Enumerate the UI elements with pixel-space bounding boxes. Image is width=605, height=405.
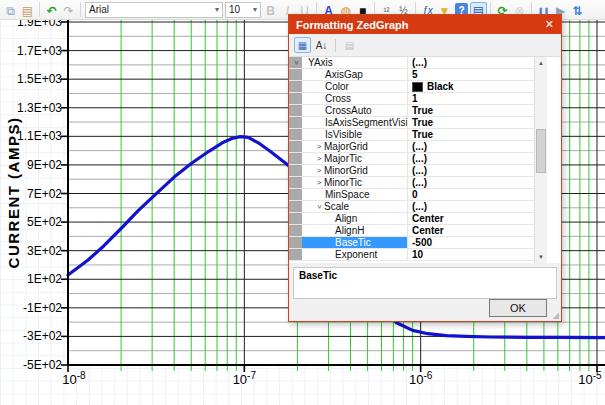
scrollbar[interactable]: ▲ ▼ <box>534 57 547 263</box>
app-window: 1.9E+031.7E+031.5E+031.3E+031.1E+039E+02… <box>0 0 605 405</box>
property-row-minorgrid[interactable]: >MinorGrid(...) <box>289 165 534 177</box>
y-tick-label: 3E+02 <box>27 244 62 258</box>
property-value[interactable]: (...) <box>412 177 427 188</box>
expand-icon[interactable]: > <box>314 153 324 164</box>
property-name: BaseTic <box>335 237 371 248</box>
property-row-cross[interactable]: Cross1 <box>289 93 534 105</box>
property-value[interactable]: 5 <box>412 69 418 80</box>
expand-icon[interactable]: > <box>314 177 324 188</box>
font-size-combo[interactable]: 10▾ <box>225 2 261 18</box>
scroll-down-icon[interactable]: ▼ <box>535 251 547 263</box>
property-name: MinorGrid <box>324 165 368 176</box>
property-name: Cross <box>325 93 351 104</box>
y-tick-labels: 1.9E+031.7E+031.5E+031.3E+031.1E+039E+02… <box>17 15 62 372</box>
property-row-majorgrid[interactable]: >MajorGrid(...) <box>289 141 534 153</box>
scrollbar-thumb[interactable] <box>536 129 546 173</box>
x-tick-label: 10-5 <box>578 370 602 387</box>
property-name: IsAxisSegmentVisible <box>325 117 408 128</box>
y-tick-label: 7E+02 <box>27 187 62 201</box>
categorized-icon[interactable]: ▦ <box>294 37 311 53</box>
property-value[interactable]: Black <box>427 81 454 92</box>
property-name: Align <box>335 213 357 224</box>
property-pages-icon[interactable]: ▤ <box>341 37 358 53</box>
bold-button[interactable]: B <box>262 2 279 18</box>
property-rows: >YAxis(...)AxisGap5ColorBlackCross1Cross… <box>289 57 534 263</box>
indent-strip: > <box>289 57 302 68</box>
property-row-scale[interactable]: >Scale(...) <box>289 201 534 213</box>
property-row-alignh[interactable]: AlignHCenter <box>289 225 534 237</box>
collapse-icon[interactable]: > <box>314 202 325 212</box>
property-row-minspace[interactable]: MinSpace0 <box>289 189 534 201</box>
toolbar-separator <box>80 2 81 17</box>
collapse-icon[interactable]: > <box>290 58 301 68</box>
property-value[interactable]: 0 <box>412 189 418 200</box>
scroll-up-icon[interactable]: ▲ <box>535 57 547 69</box>
x-tick-labels: 10-810-710-610-5 <box>62 370 602 387</box>
property-value[interactable]: (...) <box>412 57 427 68</box>
property-name: Color <box>325 81 349 92</box>
close-icon[interactable]: ✕ <box>545 18 554 31</box>
property-value[interactable]: 1 <box>412 93 418 104</box>
property-grid: >YAxis(...)AxisGap5ColorBlackCross1Cross… <box>289 57 561 263</box>
property-value[interactable]: (...) <box>412 201 427 212</box>
property-name: Scale <box>324 201 349 212</box>
redo-icon[interactable]: ↷ <box>60 2 77 18</box>
x-tick-label: 10-6 <box>409 370 433 387</box>
y-tick-label: 1.7E+03 <box>17 44 62 58</box>
property-value[interactable]: True <box>412 117 433 128</box>
property-row-basetic[interactable]: BaseTic-500 <box>289 237 534 249</box>
property-name: AxisGap <box>325 69 363 80</box>
property-name: AlignH <box>335 225 364 236</box>
indent-strip <box>289 213 302 224</box>
property-row-exponent[interactable]: Exponent10 <box>289 249 534 261</box>
property-row-axisgap[interactable]: AxisGap5 <box>289 69 534 81</box>
property-name: MinSpace <box>325 189 369 200</box>
x-tick-label: 10-8 <box>62 370 86 387</box>
copy-icon[interactable]: ⧉ <box>2 2 19 18</box>
property-row-minortic[interactable]: >MinorTic(...) <box>289 177 534 189</box>
expand-icon[interactable]: > <box>314 165 324 176</box>
indent-strip <box>289 177 302 188</box>
property-value[interactable]: (...) <box>412 153 427 164</box>
property-row-majortic[interactable]: >MajorTic(...) <box>289 153 534 165</box>
font-size-combo-value: 10 <box>229 4 240 15</box>
property-row-yaxis[interactable]: >YAxis(...) <box>289 57 534 69</box>
indent-strip <box>289 105 302 116</box>
y-tick-label: -3E+02 <box>23 329 62 343</box>
y-tick-label: 5E+02 <box>27 215 62 229</box>
paste-icon[interactable]: ▤ <box>19 2 36 18</box>
indent-strip <box>289 225 302 236</box>
ok-button[interactable]: OK <box>489 299 547 317</box>
description-title: BaseTic <box>299 270 337 281</box>
property-value[interactable]: Center <box>412 213 444 224</box>
updown-arrows-icon[interactable]: ⇅ <box>569 2 586 18</box>
y-tick-label: 1.3E+03 <box>17 101 62 115</box>
resize-grip[interactable]: ◢ <box>553 311 559 320</box>
expand-icon[interactable]: > <box>314 141 324 152</box>
property-value[interactable]: 10 <box>412 249 423 260</box>
property-row-color[interactable]: ColorBlack <box>289 81 534 93</box>
indent-strip <box>289 129 302 140</box>
property-value[interactable]: -500 <box>412 237 432 248</box>
property-row-isaxissegmentvisible[interactable]: IsAxisSegmentVisibleTrue <box>289 117 534 129</box>
property-row-align[interactable]: AlignCenter <box>289 213 534 225</box>
chevron-down-icon[interactable]: ▾ <box>253 5 257 14</box>
dialog-title: Formatting ZedGraph <box>296 19 408 31</box>
alphabetical-icon[interactable]: A↓ <box>313 37 330 53</box>
property-value[interactable]: True <box>412 105 433 116</box>
font-family-combo[interactable]: Arial▾ <box>85 2 223 18</box>
property-name: CrossAuto <box>325 105 372 116</box>
indent-strip <box>289 165 302 176</box>
property-value[interactable]: Center <box>412 225 444 236</box>
property-description: BaseTic <box>293 267 557 299</box>
property-value[interactable]: (...) <box>412 141 427 152</box>
undo-icon[interactable]: ↶ <box>43 2 60 18</box>
chevron-down-icon[interactable]: ▾ <box>215 5 219 14</box>
dialog-titlebar[interactable]: Formatting ZedGraph ✕ <box>289 15 561 34</box>
property-row-isvisible[interactable]: IsVisibleTrue <box>289 129 534 141</box>
indent-strip <box>289 81 302 92</box>
property-value[interactable]: True <box>412 129 433 140</box>
property-row-crossauto[interactable]: CrossAutoTrue <box>289 105 534 117</box>
property-value[interactable]: (...) <box>412 165 427 176</box>
y-tick-label: 1E+02 <box>27 272 62 286</box>
